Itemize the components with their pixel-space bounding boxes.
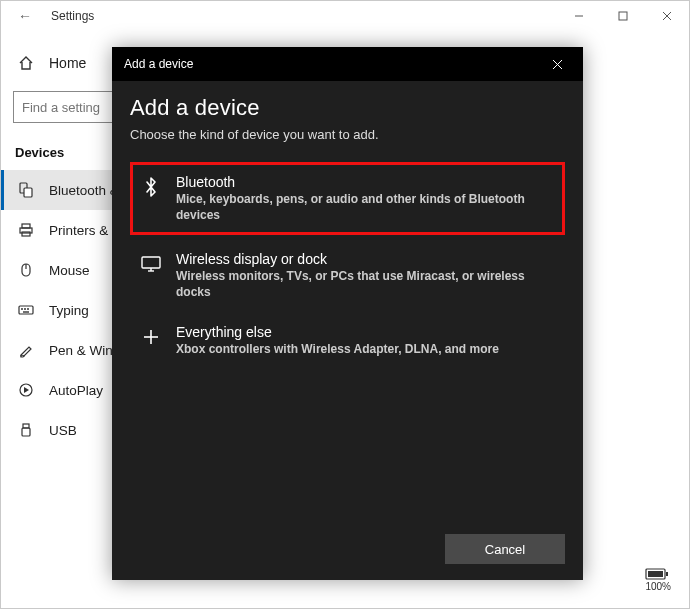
option-text: Wireless display or dock Wireless monito… bbox=[176, 251, 555, 300]
option-title: Wireless display or dock bbox=[176, 251, 555, 267]
option-text: Bluetooth Mice, keyboards, pens, or audi… bbox=[176, 174, 555, 223]
option-text: Everything else Xbox controllers with Wi… bbox=[176, 324, 499, 358]
usb-icon bbox=[17, 422, 35, 438]
svg-rect-25 bbox=[142, 257, 160, 268]
battery-icon bbox=[645, 567, 669, 581]
svg-rect-11 bbox=[19, 306, 33, 314]
option-desc: Wireless monitors, TVs, or PCs that use … bbox=[176, 269, 555, 300]
sidebar-item-label: AutoPlay bbox=[49, 383, 103, 398]
sidebar-home-label: Home bbox=[49, 55, 86, 71]
svg-rect-21 bbox=[666, 572, 668, 576]
close-window-button[interactable] bbox=[645, 1, 689, 31]
option-title: Bluetooth bbox=[176, 174, 555, 190]
pen-icon bbox=[17, 342, 35, 358]
svg-rect-1 bbox=[619, 12, 627, 20]
back-button[interactable]: ← bbox=[11, 8, 39, 24]
minimize-button[interactable] bbox=[557, 1, 601, 31]
window-title: Settings bbox=[51, 9, 94, 23]
plus-icon bbox=[140, 326, 162, 348]
bluetooth-icon bbox=[140, 176, 162, 198]
option-wireless-display[interactable]: Wireless display or dock Wireless monito… bbox=[130, 239, 565, 312]
svg-rect-22 bbox=[648, 571, 663, 577]
battery-percent: 100% bbox=[645, 581, 671, 592]
add-device-dialog: Add a device Add a device Choose the kin… bbox=[112, 47, 583, 580]
dialog-close-button[interactable] bbox=[543, 50, 571, 78]
window-controls bbox=[557, 1, 689, 31]
dialog-footer: Cancel bbox=[112, 522, 583, 580]
keyboard-icon bbox=[17, 302, 35, 318]
svg-marker-17 bbox=[24, 387, 29, 393]
maximize-button[interactable] bbox=[601, 1, 645, 31]
option-desc: Xbox controllers with Wireless Adapter, … bbox=[176, 342, 499, 358]
settings-window: ← Settings Home Devices bbox=[0, 0, 690, 609]
dialog-subheading: Choose the kind of device you want to ad… bbox=[130, 127, 565, 142]
svg-rect-19 bbox=[22, 428, 30, 436]
dialog-heading: Add a device bbox=[130, 95, 565, 121]
cancel-button[interactable]: Cancel bbox=[445, 534, 565, 564]
option-title: Everything else bbox=[176, 324, 499, 340]
autoplay-icon bbox=[17, 382, 35, 398]
mouse-icon bbox=[17, 262, 35, 278]
svg-rect-18 bbox=[23, 424, 29, 428]
close-icon bbox=[552, 59, 563, 70]
dialog-title: Add a device bbox=[124, 57, 193, 71]
dialog-body: Add a device Choose the kind of device y… bbox=[112, 81, 583, 522]
sidebar-item-label: Typing bbox=[49, 303, 89, 318]
svg-rect-5 bbox=[24, 188, 32, 197]
printer-icon bbox=[17, 222, 35, 238]
battery-tray: 100% bbox=[645, 567, 671, 592]
option-desc: Mice, keyboards, pens, or audio and othe… bbox=[176, 192, 555, 223]
titlebar: ← Settings bbox=[1, 1, 689, 31]
devices-icon bbox=[17, 182, 35, 198]
sidebar-item-label: Mouse bbox=[49, 263, 90, 278]
sidebar-item-label: USB bbox=[49, 423, 77, 438]
display-icon bbox=[140, 253, 162, 275]
svg-rect-6 bbox=[22, 224, 30, 228]
option-everything-else[interactable]: Everything else Xbox controllers with Wi… bbox=[130, 312, 565, 370]
home-icon bbox=[17, 55, 35, 71]
dialog-titlebar: Add a device bbox=[112, 47, 583, 81]
option-bluetooth[interactable]: Bluetooth Mice, keyboards, pens, or audi… bbox=[130, 162, 565, 235]
